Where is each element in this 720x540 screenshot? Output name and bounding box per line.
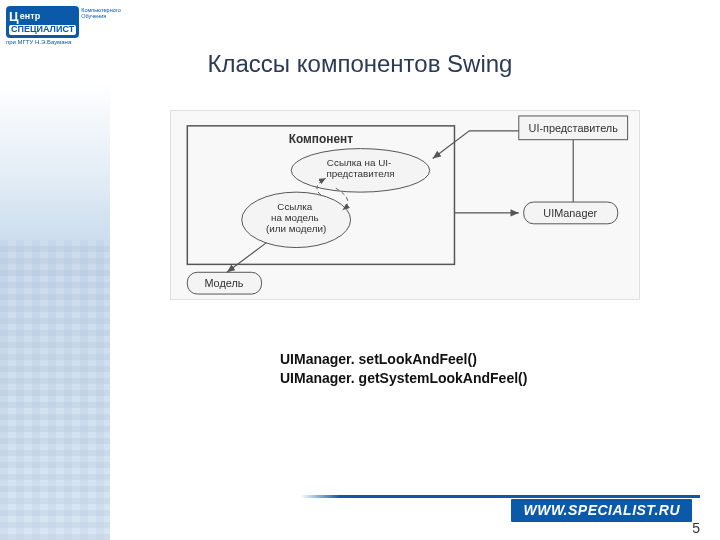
footer-rule — [300, 495, 700, 498]
code-block: UIManager. setLookAndFeel() UIManager. g… — [280, 350, 527, 388]
swing-diagram: Компонент Ссылка на UI- представителя Сс… — [170, 110, 640, 300]
code-line-2: UIManager. getSystemLookAndFeel() — [280, 369, 527, 388]
left-decoration — [0, 0, 110, 540]
model-label: Модель — [204, 277, 243, 289]
code-line-1: UIManager. setLookAndFeel() — [280, 350, 527, 369]
brand-logo: Ц ентр СПЕЦИАЛИСТ КомпьютерногоОбучения … — [6, 6, 106, 46]
logo-sub: при МГТУ Н.Э.Баумана — [6, 39, 106, 46]
ui-delegate-label: UI-представитель — [529, 122, 619, 134]
page-title: Классы компонентов Swing — [0, 50, 720, 78]
logo-letter: Ц — [9, 10, 19, 24]
logo-top-small: КомпьютерногоОбучения — [81, 8, 121, 19]
logo-word: ентр — [20, 12, 40, 22]
logo-specialist: СПЕЦИАЛИСТ — [9, 25, 76, 35]
component-box-label: Компонент — [289, 132, 353, 146]
footer-url: WWW.SPECIALIST.RU — [511, 499, 692, 522]
uimanager-label: UIManager — [543, 207, 597, 219]
page-number: 5 — [692, 520, 700, 536]
ref-ui-label: Ссылка на UI- представителя — [326, 157, 394, 179]
